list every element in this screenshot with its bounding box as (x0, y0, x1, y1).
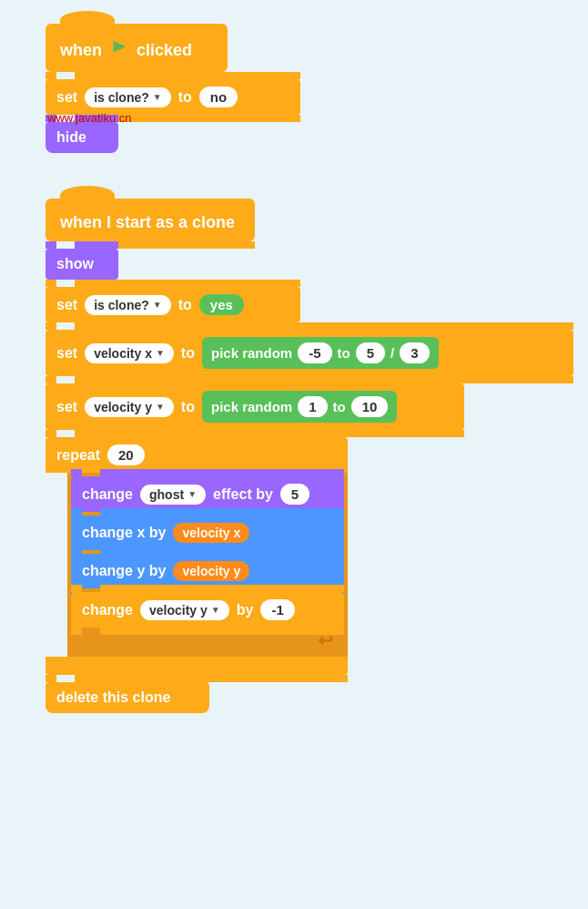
to-label-1: to (178, 89, 192, 106)
change-x-block: change x by velocity x (71, 516, 344, 550)
random-from-1: -5 (298, 342, 331, 363)
set-velocity-y-block: set velocity y ▼ to pick random 1 to 10 (46, 383, 464, 430)
repeat-footer (46, 657, 348, 675)
clicked-label: clicked (137, 41, 192, 60)
yes-value: yes (199, 294, 244, 315)
minus-one-value: -1 (260, 599, 294, 620)
group-when-clone: when I start as a clone show set is clon… (46, 199, 573, 713)
watermark-text: www.javatiku.cn (47, 111, 131, 125)
hat-when-clicked: when clicked (46, 24, 228, 72)
ghost-value: 5 (280, 484, 309, 505)
hide-label: hide (56, 129, 86, 146)
dropdown-arrow-icon-6: ▼ (211, 605, 220, 615)
set-label-2: set (56, 297, 77, 313)
to-random-label-2: to (333, 399, 346, 414)
change-x-label: change x by (82, 525, 166, 541)
velocity-y-label: velocity y (94, 400, 152, 414)
flag-icon (109, 38, 129, 63)
dropdown-arrow-icon-3: ▼ (156, 348, 165, 358)
velocity-y-change-label: velocity y (149, 603, 208, 618)
divide-value: 3 (400, 342, 429, 363)
to-label-2: to (178, 297, 192, 313)
hat-when-clone: when I start as a clone (46, 199, 255, 241)
is-clone-label-2: is clone? (94, 298, 149, 312)
delete-clone-block: delete this clone (46, 682, 209, 713)
pick-random-block-1: pick random -5 to 5 / 3 (202, 337, 439, 369)
velocity-x-oval: velocity x (173, 523, 249, 543)
velocity-x-dropdown[interactable]: velocity x ▼ (85, 343, 174, 363)
ghost-label: ghost (149, 487, 184, 502)
dropdown-arrow-icon-5: ▼ (188, 489, 197, 499)
velocity-y-change-dropdown[interactable]: velocity y ▼ (140, 600, 229, 620)
pick-random-label-1: pick random (211, 345, 292, 361)
group-when-clicked: when clicked set is clone? ▼ to no hide (46, 24, 300, 153)
svg-marker-0 (114, 41, 127, 53)
dropdown-arrow-icon-4: ▼ (156, 402, 165, 412)
change-y-label: change y by (82, 563, 166, 579)
velocity-y-dropdown[interactable]: velocity y ▼ (85, 397, 174, 417)
change-ghost-block: change ghost ▼ effect by 5 (71, 476, 344, 512)
divide-label: / (390, 345, 394, 361)
pick-random-block-2: pick random 1 to 10 (202, 391, 397, 423)
set-is-clone-yes-block: set is clone? ▼ to yes (46, 287, 300, 322)
change-velocity-y-block: change velocity y ▼ by -1 (71, 592, 344, 628)
to-label-4: to (181, 399, 195, 415)
change-label-1: change (82, 486, 133, 503)
random-to-1: 5 (356, 342, 385, 363)
repeat-c-block: repeat 20 change ghost ▼ effect by 5 (46, 437, 348, 675)
dropdown-arrow-icon: ▼ (153, 92, 162, 102)
is-clone-dropdown[interactable]: is clone? ▼ (85, 87, 171, 107)
dropdown-arrow-icon-2: ▼ (153, 300, 162, 310)
no-value: no (199, 87, 238, 107)
change-y-block: change y by velocity y (71, 554, 344, 588)
repeat-label: repeat (56, 447, 100, 464)
velocity-y-oval: velocity y (173, 561, 249, 581)
set-label-1: set (56, 89, 77, 106)
when-label: when (60, 41, 102, 60)
repeat-inner: change ghost ▼ effect by 5 change x by v… (67, 473, 348, 657)
set-label-3: set (56, 345, 77, 362)
velocity-x-label: velocity x (94, 346, 152, 361)
pick-random-label-2: pick random (211, 399, 292, 414)
is-clone-dropdown-2[interactable]: is clone? ▼ (85, 295, 171, 315)
repeat-value: 20 (107, 444, 145, 465)
set-label-4: set (56, 399, 77, 415)
delete-clone-label: delete this clone (56, 689, 170, 706)
random-from-2: 1 (298, 396, 327, 417)
set-is-clone-block: set is clone? ▼ to no (46, 79, 300, 115)
ghost-dropdown[interactable]: ghost ▼ (140, 485, 206, 505)
change-label-2: change (82, 602, 133, 618)
effect-by-label: effect by (213, 486, 273, 503)
set-velocity-x-block: set velocity x ▼ to pick random -5 to 5 … (46, 330, 573, 376)
when-clone-label: when I start as a clone (60, 213, 235, 232)
show-block: show (46, 249, 118, 280)
is-clone-label: is clone? (94, 90, 149, 105)
to-random-label-1: to (338, 345, 350, 361)
hide-block: hide (46, 122, 118, 153)
to-label-3: to (181, 345, 195, 362)
random-to-2: 10 (351, 396, 389, 417)
repeat-header: repeat 20 (46, 437, 348, 473)
by-label: by (237, 602, 254, 618)
show-label: show (56, 256, 94, 272)
